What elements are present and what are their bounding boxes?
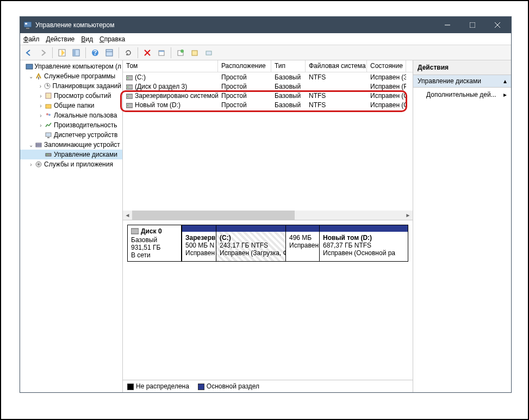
- svg-point-39: [38, 163, 40, 165]
- volume-row[interactable]: (C:) Простой Базовый NTFS Исправен (З: [123, 72, 413, 82]
- maximize-button[interactable]: [460, 17, 485, 33]
- disk-row[interactable]: Диск 0 Базовый 931,51 ГБ В сети Зарезерв…: [123, 220, 413, 266]
- col-status[interactable]: Состояние: [367, 60, 406, 72]
- toolbar-icon[interactable]: [55, 46, 69, 59]
- tree-utilities[interactable]: ⌄Служебные программы: [20, 71, 122, 81]
- legend-swatch-unallocated: [127, 384, 134, 390]
- svg-rect-18: [159, 51, 164, 52]
- help-icon[interactable]: ?: [89, 46, 102, 59]
- svg-rect-34: [36, 143, 41, 145]
- svg-point-20: [181, 50, 184, 53]
- svg-rect-44: [126, 94, 133, 98]
- toolbar-icon[interactable]: [202, 46, 215, 59]
- tree-diskmgmt[interactable]: Управление дисками: [20, 150, 122, 159]
- svg-point-41: [127, 77, 128, 78]
- svg-rect-36: [46, 153, 51, 156]
- title-bar[interactable]: Управление компьютером: [20, 17, 511, 33]
- center-pane: Том Расположение Тип Файловая система Со…: [123, 60, 413, 392]
- tree-storage[interactable]: ⌄Запоминающие устройст: [20, 140, 122, 150]
- svg-rect-33: [47, 137, 49, 138]
- actions-header: Действия: [413, 60, 511, 75]
- col-type[interactable]: Тип: [271, 60, 306, 72]
- toolbar-icon[interactable]: [188, 46, 201, 59]
- toolbar-icon[interactable]: [155, 46, 168, 59]
- tree-scheduler[interactable]: ›Планировщик заданий: [20, 81, 122, 91]
- toolbar-icon[interactable]: [174, 46, 187, 59]
- partition[interactable]: Новый том (D:) 687,37 ГБ NTFS Исправен (…: [320, 225, 408, 262]
- disk-info[interactable]: Диск 0 Базовый 931,51 ГБ В сети: [127, 225, 182, 262]
- partition[interactable]: 496 МБ Исправен: [286, 225, 320, 262]
- tree-localusers[interactable]: ›Локальные пользова: [20, 110, 122, 120]
- svg-rect-12: [106, 50, 113, 56]
- tree-shared[interactable]: ›Общие папки: [20, 101, 122, 110]
- app-window: Управление компьютером Файл Действие Вид…: [20, 16, 512, 393]
- svg-rect-1: [25, 23, 27, 24]
- column-headers[interactable]: Том Расположение Тип Файловая система Со…: [123, 60, 413, 72]
- volume-list: Том Расположение Тип Файловая система Со…: [123, 60, 413, 220]
- navigation-tree[interactable]: Управление компьютером (л ⌄Служебные про…: [20, 60, 123, 392]
- svg-rect-46: [126, 103, 133, 108]
- scroll-left-icon[interactable]: ◄: [123, 211, 132, 220]
- svg-rect-29: [46, 104, 51, 108]
- toolbar: ?: [20, 45, 511, 60]
- menu-file[interactable]: Файл: [23, 35, 40, 43]
- volume-rows: (C:) Простой Базовый NTFS Исправен (З (Д…: [123, 72, 413, 211]
- toolbar-icon[interactable]: [70, 46, 83, 59]
- svg-rect-9: [73, 50, 76, 56]
- svg-rect-42: [126, 85, 133, 89]
- actions-section[interactable]: Управление дисками ▴: [413, 75, 511, 88]
- volume-row[interactable]: Зарезервировано системой Простой Базовый…: [123, 91, 413, 100]
- menu-bar: Файл Действие Вид Справка: [20, 33, 511, 45]
- svg-point-45: [127, 96, 128, 97]
- svg-point-14: [126, 53, 128, 55]
- svg-rect-28: [46, 93, 51, 98]
- svg-point-47: [127, 105, 128, 106]
- svg-point-37: [47, 154, 48, 155]
- legend: Не распределена Основной раздел: [123, 380, 413, 392]
- toolbar-icon[interactable]: [103, 46, 116, 59]
- partition[interactable]: Зарезерв 500 МБ N Исправен: [182, 225, 216, 262]
- svg-rect-35: [36, 145, 41, 147]
- menu-help[interactable]: Справка: [99, 35, 125, 43]
- volume-row[interactable]: (Диск 0 раздел 3) Простой Базовый Исправ…: [123, 82, 413, 91]
- col-layout[interactable]: Расположение: [218, 60, 271, 72]
- tree-devmgr[interactable]: Диспетчер устройств: [20, 130, 122, 140]
- volume-row[interactable]: Новый том (D:) Простой Базовый NTFS Испр…: [123, 100, 413, 109]
- tree-root[interactable]: Управление компьютером (л: [20, 61, 122, 71]
- col-volume[interactable]: Том: [123, 60, 218, 72]
- svg-point-30: [46, 113, 48, 115]
- close-button[interactable]: [485, 17, 510, 33]
- horizontal-scrollbar[interactable]: ◄ ►: [123, 211, 413, 220]
- minimize-button[interactable]: [435, 17, 460, 33]
- scroll-thumb[interactable]: [132, 211, 295, 220]
- svg-rect-4: [470, 22, 475, 28]
- svg-rect-2: [26, 28, 29, 29]
- back-button[interactable]: [22, 46, 35, 59]
- tree-perf[interactable]: ›Производительность: [20, 120, 122, 130]
- actions-more[interactable]: Дополнительные дей... ▸: [413, 88, 511, 102]
- svg-rect-21: [192, 51, 197, 55]
- svg-rect-23: [26, 64, 33, 69]
- tree-services[interactable]: ›Службы и приложения: [20, 159, 122, 169]
- scroll-right-icon[interactable]: ►: [403, 211, 413, 220]
- app-icon: [23, 21, 32, 29]
- svg-point-43: [127, 87, 128, 88]
- window-title: Управление компьютером: [35, 21, 435, 29]
- menu-action[interactable]: Действие: [46, 35, 75, 43]
- refresh-icon[interactable]: [122, 46, 135, 59]
- collapse-icon[interactable]: ▴: [503, 77, 507, 85]
- forward-button[interactable]: [36, 46, 49, 59]
- disk-graphical-view: Диск 0 Базовый 931,51 ГБ В сети Зарезерв…: [123, 220, 413, 392]
- tree-eventviewer[interactable]: ›Просмотр событий: [20, 91, 122, 101]
- svg-point-31: [48, 114, 51, 116]
- svg-rect-40: [126, 76, 133, 80]
- delete-icon[interactable]: [141, 46, 154, 59]
- partition[interactable]: (C:) 243,17 ГБ NTFS Исправен (Загрузка, …: [216, 225, 286, 262]
- svg-rect-32: [46, 133, 51, 137]
- svg-rect-24: [38, 77, 39, 79]
- actions-pane: Действия Управление дисками ▴ Дополнител…: [413, 60, 511, 392]
- svg-text:?: ?: [93, 49, 97, 57]
- col-filesystem[interactable]: Файловая система: [306, 60, 367, 72]
- svg-rect-22: [206, 51, 211, 55]
- menu-view[interactable]: Вид: [81, 35, 93, 43]
